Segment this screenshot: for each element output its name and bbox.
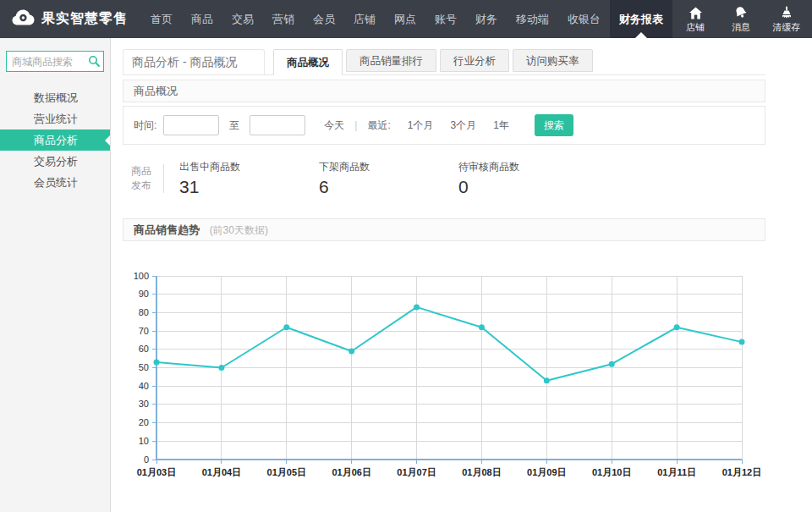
range-1year-link[interactable]: 1年: [493, 118, 509, 133]
header-row: 商品分析 - 商品概况 商品概况 商品销量排行 行业分析 访问购买率: [123, 47, 765, 75]
nav-item-trade[interactable]: 交易: [222, 0, 263, 38]
stats-group-label-line2: 发布: [131, 179, 151, 193]
date-to-input[interactable]: [250, 115, 305, 135]
svg-text:01月11日: 01月11日: [657, 467, 696, 477]
bell-icon: [733, 6, 749, 19]
svg-text:01月08日: 01月08日: [462, 467, 501, 477]
sidebar-search: [6, 51, 104, 72]
stat-off-shelf: 下架商品数 6: [319, 160, 458, 197]
home-icon: [689, 7, 703, 19]
page-title: 商品分析 - 商品概况: [123, 49, 265, 74]
svg-text:01月05日: 01月05日: [267, 467, 306, 477]
brand-name: 果实智慧零售: [41, 10, 128, 28]
sidebar-item-business-stats[interactable]: 营业统计: [0, 108, 110, 129]
nav-item-financial-report[interactable]: 财务报表: [610, 0, 672, 38]
stats-row: 商品 发布 出售中商品数 31 下架商品数 6 待审核商品数 0: [123, 145, 765, 214]
nav-item-members[interactable]: 会员: [304, 0, 344, 38]
nav-item-account[interactable]: 账号: [425, 0, 466, 38]
clear-cache-action[interactable]: 清缓存: [764, 0, 809, 38]
nav-menu: 首页 商品 交易 营销 会员 店铺 网点 账号 财务 移动端 收银台 财务报表: [141, 0, 672, 38]
stat-pending-review-label: 待审核商品数: [458, 160, 598, 174]
sidebar-item-data-overview[interactable]: 数据概况: [0, 87, 110, 108]
time-filter: 时间: 至 今天 | 最近: 1个月 3个月 1年 搜索: [123, 106, 765, 145]
svg-text:01月12日: 01月12日: [722, 467, 761, 477]
nav-item-shop[interactable]: 店铺: [344, 0, 385, 38]
cloud-logo-icon: [12, 9, 35, 29]
store-action-label: 店铺: [686, 21, 705, 34]
svg-text:80: 80: [139, 307, 149, 317]
main-content: 商品分析 - 商品概况 商品概况 商品销量排行 行业分析 访问购买率 商品概况 …: [111, 38, 812, 512]
svg-text:50: 50: [139, 362, 149, 372]
tab-industry-analysis[interactable]: 行业分析: [440, 49, 509, 72]
svg-text:70: 70: [139, 326, 149, 336]
svg-text:60: 60: [139, 344, 149, 354]
message-action-label: 消息: [732, 21, 750, 34]
time-label: 时间:: [134, 118, 156, 133]
svg-text:30: 30: [139, 399, 149, 409]
trend-section-title: 商品销售趋势: [134, 223, 200, 236]
message-action[interactable]: 消息: [718, 0, 764, 38]
svg-text:01月03日: 01月03日: [137, 467, 176, 477]
recent-label: 最近:: [367, 118, 390, 133]
svg-text:0: 0: [144, 454, 149, 465]
sidebar-item-member-stats[interactable]: 会员统计: [0, 172, 110, 193]
stats-divider: [163, 164, 164, 193]
broom-icon: [780, 6, 793, 19]
to-label: 至: [229, 118, 239, 133]
svg-text:90: 90: [139, 289, 149, 299]
stat-off-shelf-value: 6: [319, 177, 458, 197]
nav-actions: 店铺 消息 清缓存: [672, 0, 809, 38]
search-icon[interactable]: [88, 55, 100, 70]
tab-product-overview[interactable]: 商品概况: [273, 49, 343, 75]
today-link[interactable]: 今天: [324, 118, 344, 133]
svg-text:100: 100: [134, 271, 149, 281]
stats-group-label: 商品 发布: [131, 164, 151, 193]
nav-item-cashier[interactable]: 收银台: [558, 0, 610, 38]
svg-text:01月06日: 01月06日: [332, 467, 370, 477]
search-button[interactable]: 搜索: [535, 114, 573, 136]
tab-sales-ranking[interactable]: 商品销量排行: [346, 49, 436, 72]
svg-text:01月07日: 01月07日: [397, 467, 436, 477]
nav-item-finance[interactable]: 财务: [466, 0, 507, 38]
sidebar: 数据概况 营业统计 商品分析 交易分析 会员统计: [0, 38, 111, 512]
svg-text:10: 10: [139, 436, 149, 446]
nav-item-network[interactable]: 网点: [385, 0, 425, 38]
range-1month-link[interactable]: 1个月: [408, 118, 434, 133]
brand[interactable]: 果实智慧零售: [0, 0, 141, 38]
svg-text:01月04日: 01月04日: [202, 467, 241, 477]
trend-section-header: 商品销售趋势 (前30天数据): [123, 218, 765, 241]
clear-cache-action-label: 清缓存: [773, 21, 801, 34]
stat-on-sale-value: 31: [179, 177, 319, 197]
sidebar-item-trade-analysis[interactable]: 交易分析: [0, 151, 110, 172]
line-chart-svg[interactable]: 010203040506070809010001月03日01月04日01月05日…: [123, 248, 765, 493]
top-navbar: 果实智慧零售 首页 商品 交易 营销 会员 店铺 网点 账号 财务 移动端 收银…: [0, 0, 812, 38]
overview-section-header: 商品概况: [123, 80, 765, 102]
store-action[interactable]: 店铺: [672, 0, 718, 38]
range-3month-link[interactable]: 3个月: [451, 118, 477, 133]
nav-item-marketing[interactable]: 营销: [263, 0, 304, 38]
svg-text:40: 40: [139, 381, 149, 391]
overview-section-title: 商品概况: [134, 85, 178, 97]
date-from-input[interactable]: [163, 115, 219, 135]
svg-text:01月10日: 01月10日: [592, 467, 631, 477]
stat-pending-review: 待审核商品数 0: [458, 160, 598, 197]
sales-trend-chart: 010203040506070809010001月03日01月04日01月05日…: [123, 248, 765, 497]
svg-text:01月09日: 01月09日: [527, 467, 566, 477]
trend-section-note: (前30天数据): [210, 224, 268, 236]
stat-off-shelf-label: 下架商品数: [319, 160, 458, 174]
nav-item-home[interactable]: 首页: [141, 0, 182, 38]
sidebar-item-product-analysis[interactable]: 商品分析: [0, 129, 110, 151]
stat-pending-review-value: 0: [458, 177, 598, 197]
nav-item-mobile[interactable]: 移动端: [507, 0, 558, 38]
svg-text:20: 20: [139, 417, 149, 427]
filter-separator: |: [354, 119, 357, 131]
sidebar-menu: 数据概况 营业统计 商品分析 交易分析 会员统计: [0, 87, 110, 193]
stat-on-sale: 出售中商品数 31: [179, 160, 319, 197]
nav-item-products[interactable]: 商品: [182, 0, 222, 38]
tab-visit-purchase-rate[interactable]: 访问购买率: [513, 49, 593, 72]
tabs: 商品概况 商品销量排行 行业分析 访问购买率: [273, 49, 596, 74]
stats-group-label-line1: 商品: [131, 164, 151, 179]
stat-on-sale-label: 出售中商品数: [179, 160, 319, 174]
